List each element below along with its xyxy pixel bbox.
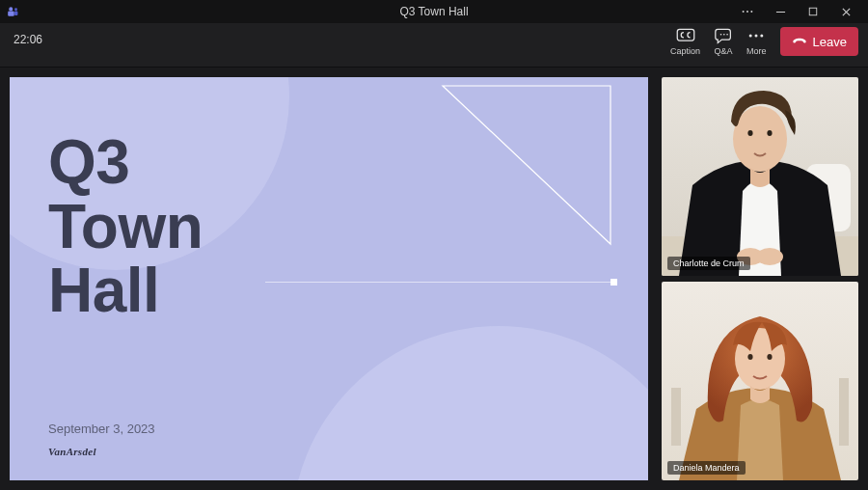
- participant-tile[interactable]: Charlotte de Crum: [662, 77, 858, 276]
- hangup-icon: [792, 34, 807, 49]
- window-title: Q3 Town Hall: [199, 5, 669, 18]
- slide-deco-line: [265, 282, 615, 283]
- participants-sidebar: Charlotte de Crum: [658, 68, 868, 490]
- participant-video: [662, 282, 858, 480]
- slide-deco-triangle: [440, 83, 613, 247]
- caption-button[interactable]: Caption: [670, 27, 700, 56]
- slide-title: Q3 Town Hall: [48, 130, 203, 323]
- svg-rect-24: [671, 388, 681, 446]
- ellipsis-icon[interactable]: [731, 0, 764, 23]
- svg-rect-3: [14, 12, 17, 15]
- participant-video: [662, 77, 858, 276]
- slide: Q3 Town Hall September 3, 2023 VanArsdel: [10, 77, 648, 480]
- svg-point-10: [723, 34, 725, 36]
- more-label: More: [746, 46, 767, 56]
- qa-button[interactable]: Q&A: [714, 27, 733, 56]
- slide-date: September 3, 2023: [48, 422, 155, 436]
- svg-point-27: [747, 354, 752, 360]
- svg-point-18: [733, 106, 787, 172]
- slide-deco-circle: [291, 326, 648, 480]
- svg-point-0: [9, 7, 13, 11]
- teams-icon: [6, 5, 19, 18]
- caption-label: Caption: [670, 46, 700, 56]
- svg-point-20: [767, 130, 772, 136]
- participant-name: Daniela Mandera: [667, 461, 746, 475]
- participant-name: Charlotte de Crum: [667, 257, 750, 270]
- participant-tile[interactable]: Daniela Mandera: [662, 282, 858, 480]
- meeting-content: Q3 Town Hall September 3, 2023 VanArsdel: [0, 68, 868, 490]
- svg-rect-25: [839, 378, 849, 446]
- meeting-duration: 22:06: [14, 27, 42, 46]
- leave-label: Leave: [813, 35, 847, 49]
- svg-point-22: [756, 248, 783, 265]
- svg-point-28: [767, 354, 772, 360]
- close-button[interactable]: [829, 0, 862, 23]
- svg-point-13: [755, 35, 758, 38]
- more-button[interactable]: More: [746, 27, 767, 56]
- svg-point-11: [726, 34, 728, 36]
- svg-point-9: [720, 34, 722, 36]
- svg-point-5: [746, 11, 748, 13]
- minimize-button[interactable]: [764, 0, 797, 23]
- slide-brand: VanArsdel: [48, 446, 96, 457]
- svg-rect-7: [809, 8, 817, 15]
- svg-point-4: [743, 11, 745, 13]
- window-titlebar: Q3 Town Hall: [0, 0, 868, 23]
- meeting-toolbar: 22:06 Caption Q&A More Leave: [0, 23, 868, 68]
- svg-point-1: [14, 8, 17, 11]
- caption-icon: [676, 27, 695, 44]
- svg-point-12: [749, 35, 752, 38]
- chat-icon: [714, 27, 733, 44]
- more-icon: [746, 27, 766, 44]
- qa-label: Q&A: [715, 46, 733, 56]
- svg-point-6: [750, 11, 752, 13]
- leave-button[interactable]: Leave: [780, 27, 858, 56]
- maximize-button[interactable]: [797, 0, 829, 23]
- svg-rect-2: [8, 11, 14, 15]
- svg-point-19: [747, 130, 752, 136]
- svg-point-14: [761, 35, 764, 38]
- presentation-stage: Q3 Town Hall September 3, 2023 VanArsdel: [0, 68, 658, 490]
- svg-rect-8: [677, 29, 694, 41]
